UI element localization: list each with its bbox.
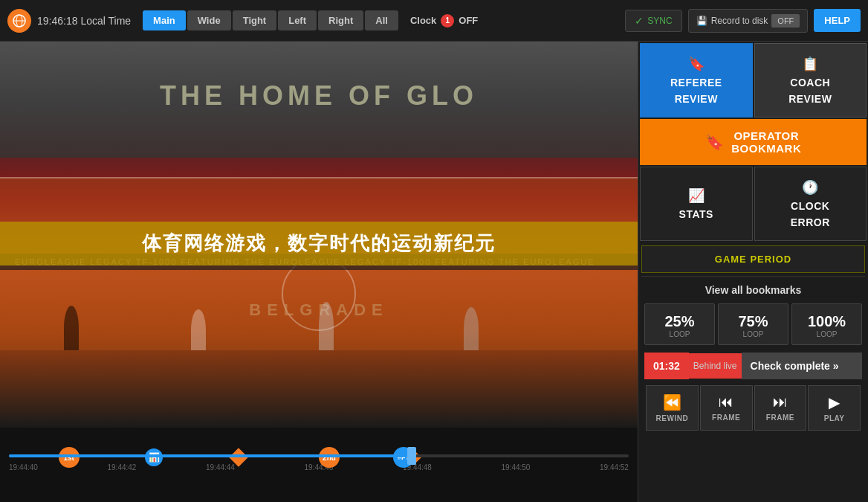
frame-forward-label: FRAME — [766, 413, 794, 422]
check-complete-label: Check complete » — [751, 360, 839, 372]
event-diamond — [232, 451, 245, 464]
clock-error-line1: CLOCK — [791, 200, 829, 212]
clock-error-icon: 🕐 — [802, 179, 819, 196]
frame-forward-button[interactable]: ⏭ FRAME — [754, 385, 807, 431]
app-logo — [7, 9, 31, 33]
clock-toggle[interactable]: Clock 1 OFF — [410, 14, 478, 28]
view-btn-all[interactable]: All — [365, 10, 398, 30]
record-label: Record to disk — [711, 16, 768, 26]
speed-75-button[interactable]: 75% LOOP — [718, 303, 788, 345]
sync-button[interactable]: ✓ SYNC — [625, 10, 681, 32]
clock-state: OFF — [459, 15, 478, 26]
video-area: EUROLEAGUE LEGACY TF-1000 FEATURING THE … — [0, 42, 638, 502]
timeline-progress — [9, 454, 412, 457]
referee-review-line1: REFEREE — [670, 77, 722, 89]
time-display: 19:46:18 Local Time — [37, 15, 131, 27]
view-btn-main[interactable]: Main — [143, 10, 186, 30]
view-btn-wide[interactable]: Wide — [187, 10, 231, 30]
event-stats: 📊 — [145, 448, 163, 466]
check-complete-button[interactable]: Check complete » — [742, 353, 862, 379]
coach-review-button[interactable]: 📋 COACH REVIEW — [754, 43, 867, 118]
main-content: EUROLEAGUE LEGACY TF-1000 FEATURING THE … — [0, 42, 868, 502]
play-icon: ▶ — [829, 393, 840, 411]
timeline-area: 1st 📊 2nd #FT — [0, 428, 638, 502]
rewind-button[interactable]: ⏪ REWIND — [646, 385, 699, 431]
record-disk-icon: 💾 — [696, 16, 707, 26]
coach-review-line2: REVIEW — [788, 93, 832, 105]
game-period-button[interactable]: GAME PERIOD — [641, 245, 865, 273]
help-button[interactable]: HELP — [814, 9, 861, 32]
sync-check-icon: ✓ — [635, 15, 644, 27]
frame-forward-icon: ⏭ — [773, 393, 788, 411]
frame-back-label: FRAME — [712, 413, 740, 422]
timeline-events: 1st 📊 2nd #FT — [9, 448, 629, 466]
stats-icon: 📈 — [688, 187, 705, 204]
bookmarks-title: View all bookmarks — [644, 284, 862, 296]
referee-review-line2: REVIEW — [675, 93, 718, 105]
behind-live-bar: 01:32 Behind live Check complete » — [644, 353, 862, 379]
frame-back-icon: ⏮ — [719, 393, 733, 411]
speed-100-button[interactable]: 100% LOOP — [791, 303, 862, 345]
sync-label: SYNC — [647, 16, 672, 26]
clock-error-line2: ERROR — [791, 216, 830, 228]
behind-live-time: 01:32 — [644, 353, 689, 379]
operator-label-line1: OPERATOR — [731, 129, 801, 142]
event-1st: 1st — [59, 447, 80, 468]
speed-buttons: 25% LOOP 75% LOOP 100% LOOP — [644, 303, 862, 345]
record-button[interactable]: 💾 Record to disk OFF — [688, 9, 809, 33]
play-button[interactable]: ▶ PLAY — [808, 385, 861, 431]
speed-100-value: 100% — [795, 313, 858, 330]
timeline-head — [407, 447, 416, 465]
video-overlay-text: THE HOME OF GLO — [0, 80, 638, 112]
action-buttons: 🔖 REFEREE REVIEW 📋 COACH REVIEW 🔖 OPERAT… — [638, 42, 868, 242]
frame-back-button[interactable]: ⏮ FRAME — [700, 385, 753, 431]
play-label: PLAY — [824, 414, 845, 422]
rewind-icon: ⏪ — [663, 393, 681, 411]
speed-75-label: LOOP — [722, 330, 785, 338]
video-placeholder: EUROLEAGUE LEGACY TF-1000 FEATURING THE … — [0, 42, 638, 428]
coach-review-line1: COACH — [790, 77, 830, 89]
operator-label-line2: BOOKMARK — [731, 142, 801, 155]
top-bar: 19:46:18 Local Time Main Wide Tight Left… — [0, 0, 868, 42]
speed-25-label: LOOP — [648, 330, 711, 338]
bookmark-icon: 🔖 — [688, 56, 705, 72]
clock-indicator: 1 — [441, 14, 454, 28]
speed-100-label: LOOP — [795, 330, 858, 338]
right-panel: 🔖 REFEREE REVIEW 📋 COACH REVIEW 🔖 OPERAT… — [638, 42, 868, 502]
chinese-banner: 体育网络游戏，数字时代的运动新纪元 — [0, 222, 638, 266]
event-2nd: 2nd — [319, 447, 340, 468]
speed-25-button[interactable]: 25% LOOP — [644, 303, 715, 345]
timeline-track[interactable] — [9, 454, 629, 457]
stats-button[interactable]: 📈 STATS — [640, 167, 753, 241]
view-btn-right[interactable]: Right — [318, 10, 363, 30]
clock-error-button[interactable]: 🕐 CLOCK ERROR — [754, 167, 867, 241]
clock-label: Clock — [410, 15, 436, 26]
operator-bookmark-icon: 🔖 — [705, 133, 725, 151]
operator-bookmark-button[interactable]: 🔖 OPERATOR BOOKMARK — [640, 119, 867, 165]
coach-icon: 📋 — [802, 56, 819, 72]
view-btn-tight[interactable]: Tight — [233, 10, 277, 30]
rewind-label: REWIND — [656, 414, 689, 422]
view-btn-left[interactable]: Left — [278, 10, 317, 30]
stats-label: STATS — [679, 208, 713, 220]
view-buttons: Main Wide Tight Left Right All — [143, 10, 398, 30]
speed-25-value: 25% — [648, 313, 711, 330]
record-state: OFF — [771, 14, 800, 28]
behind-live-label: Behind live — [689, 353, 742, 379]
referee-review-button[interactable]: 🔖 REFEREE REVIEW — [640, 43, 753, 118]
transport-controls: ⏪ REWIND ⏮ FRAME ⏭ FRAME ▶ PLAY — [644, 382, 862, 432]
video-frame: EUROLEAGUE LEGACY TF-1000 FEATURING THE … — [0, 42, 638, 428]
speed-75-value: 75% — [722, 313, 785, 330]
bookmarks-section: View all bookmarks 25% LOOP 75% LOOP 100… — [638, 277, 868, 502]
